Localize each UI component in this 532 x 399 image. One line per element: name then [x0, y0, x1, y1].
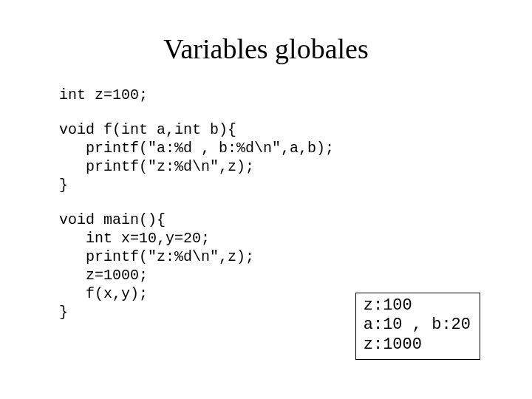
code-block-func: void f(int a,int b){ printf("a:%d , b:%d…: [59, 120, 517, 194]
output-box: z:100 a:10 , b:20 z:1000: [355, 293, 480, 360]
code-block-global: int z=100;: [59, 86, 517, 104]
slide-title: Variables globales: [0, 33, 532, 65]
slide: Variables globales int z=100; void f(int…: [0, 33, 532, 399]
